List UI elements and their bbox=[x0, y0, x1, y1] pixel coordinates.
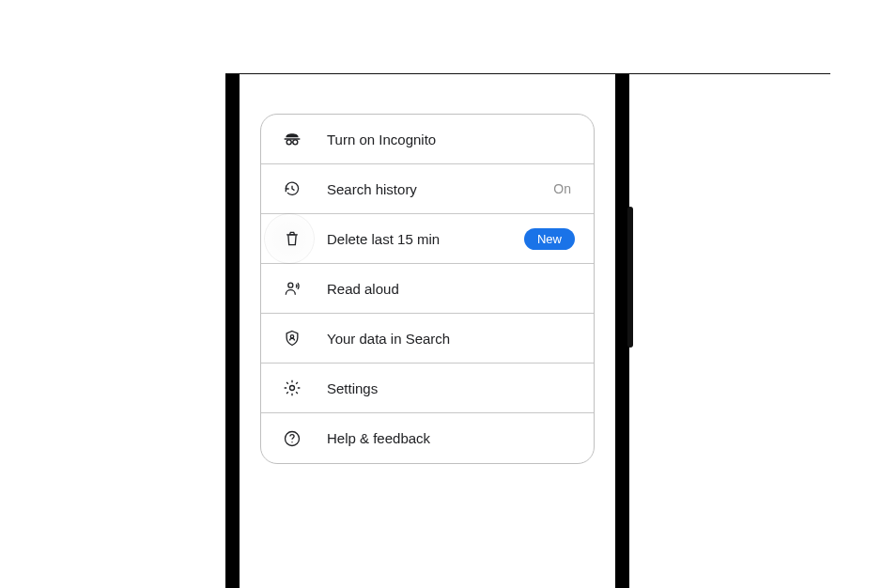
menu-item-label: Help & feedback bbox=[327, 430, 577, 446]
menu-item-delete-last-15[interactable]: Delete last 15 min New bbox=[261, 214, 594, 264]
svg-point-0 bbox=[286, 140, 291, 145]
menu-item-read-aloud[interactable]: Read aloud bbox=[261, 264, 594, 314]
menu-item-settings[interactable]: Settings bbox=[261, 364, 594, 413]
phone-frame: Turn on Incognito Search history On bbox=[225, 74, 629, 588]
svg-point-4 bbox=[290, 386, 295, 391]
read-aloud-icon bbox=[278, 274, 306, 302]
menu-item-help[interactable]: Help & feedback bbox=[261, 413, 594, 463]
phone-side-button bbox=[627, 207, 633, 348]
menu-item-label: Read aloud bbox=[327, 281, 577, 297]
history-icon bbox=[278, 175, 306, 203]
menu-item-label: Your data in Search bbox=[327, 331, 577, 347]
menu-item-label: Settings bbox=[327, 380, 577, 396]
svg-point-6 bbox=[291, 441, 292, 442]
menu-item-label: Search history bbox=[327, 181, 553, 197]
menu-item-your-data[interactable]: Your data in Search bbox=[261, 314, 594, 364]
svg-point-1 bbox=[293, 140, 298, 145]
menu-item-trailing: On bbox=[553, 181, 571, 196]
svg-point-2 bbox=[288, 283, 293, 287]
menu-item-label: Delete last 15 min bbox=[327, 231, 524, 247]
menu-item-search-history[interactable]: Search history On bbox=[261, 164, 594, 214]
trash-icon bbox=[278, 224, 306, 253]
phone-screen: Turn on Incognito Search history On bbox=[240, 74, 615, 588]
menu-item-label: Turn on Incognito bbox=[327, 132, 577, 147]
gear-icon bbox=[278, 374, 306, 402]
help-icon bbox=[278, 425, 306, 453]
svg-point-3 bbox=[290, 335, 293, 338]
new-badge: New bbox=[524, 228, 575, 250]
incognito-icon bbox=[278, 125, 306, 153]
shield-icon bbox=[278, 324, 306, 352]
overflow-menu: Turn on Incognito Search history On bbox=[260, 114, 595, 464]
menu-item-incognito[interactable]: Turn on Incognito bbox=[261, 115, 594, 164]
